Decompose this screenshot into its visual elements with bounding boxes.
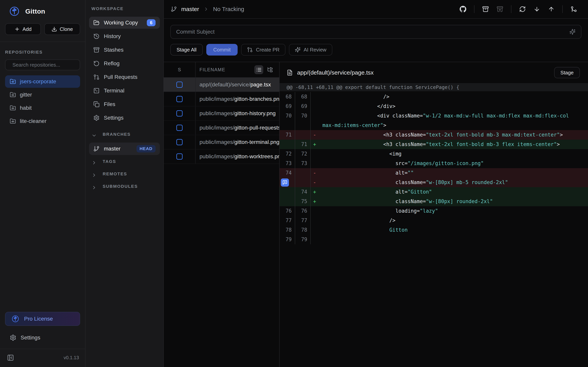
workspace-item-settings[interactable]: Settings <box>89 112 160 124</box>
pro-license-button[interactable]: Pro License <box>5 312 80 326</box>
section-remotes[interactable]: REMOTES <box>89 170 160 181</box>
section-branches[interactable]: BRANCHES <box>89 130 160 141</box>
commit-subject-input[interactable] <box>176 29 565 35</box>
workspace-item-stashes[interactable]: Stashes <box>89 44 160 56</box>
repository-search[interactable] <box>5 59 80 70</box>
workspace-section-label: WORKSPACE <box>91 6 157 11</box>
workspace-item-working-copy[interactable]: Working Copy6 <box>89 17 160 29</box>
code-string: "w-[80px] rounded-2xl" <box>426 199 493 204</box>
repo-item-lite-cleaner[interactable]: lite-cleaner <box>5 115 80 127</box>
github-icon <box>460 6 466 12</box>
add-repository-button[interactable]: Add <box>5 23 41 35</box>
repo-name: lite-cleaner <box>20 118 46 124</box>
old-line-number: 69 <box>280 101 295 111</box>
add-comment-button[interactable] <box>281 178 289 187</box>
merge-button[interactable] <box>567 3 581 15</box>
repo-name: jsers-corporate <box>20 78 56 85</box>
tree-view-toggle[interactable] <box>266 65 275 74</box>
file-row[interactable]: public/images/gitton-worktrees.png <box>164 150 279 164</box>
old-line-number: 72 <box>280 149 295 159</box>
fetch-button[interactable] <box>515 3 530 15</box>
code-text: alt="" <box>319 168 588 178</box>
divider <box>0 42 85 42</box>
diff-line: 7272 <img <box>280 149 588 159</box>
repo-item-gitter[interactable]: gitter <box>5 89 80 101</box>
push-button[interactable] <box>544 3 558 15</box>
stash-button[interactable] <box>478 3 493 15</box>
code-plain: alt= <box>322 170 407 176</box>
file-name-cell: public/images/gitton-history.png <box>195 106 279 120</box>
new-line-number <box>295 130 311 140</box>
clone-repository-button[interactable]: Clone <box>44 23 80 35</box>
old-line-number <box>280 187 295 197</box>
repo-item-habit[interactable]: habit <box>5 102 80 114</box>
stage-file-button[interactable]: Stage <box>554 67 580 78</box>
file-checkbox[interactable] <box>176 82 182 88</box>
workspace-item-history[interactable]: History <box>89 30 160 42</box>
create-pr-button[interactable]: Create PR <box>241 44 285 56</box>
workspace-item-pull-requests[interactable]: Pull Requests <box>89 71 160 83</box>
stage-all-button[interactable]: Stage All <box>170 44 203 56</box>
gitton-logo-icon <box>9 6 19 16</box>
file-dir: public/images/ <box>199 153 234 160</box>
new-line-number: 79 <box>295 235 311 244</box>
ai-generate-message-icon[interactable] <box>569 29 576 35</box>
code-text: src="/images/gitton-icon.png" <box>319 159 588 168</box>
file-row[interactable]: public/images/gitton-terminal.png <box>164 135 279 150</box>
section-label: BRANCHES <box>103 132 131 137</box>
code-plain: <h3 className= <box>322 132 426 138</box>
new-line-number: 78 <box>295 225 311 235</box>
file-checkbox[interactable] <box>176 153 182 160</box>
workspace-item-label: Reflog <box>104 60 120 67</box>
file-name-cell: public/images/gitton-branches.png <box>195 92 279 106</box>
file-checkbox[interactable] <box>176 125 182 131</box>
file-basename: gitton-worktrees.png <box>234 153 279 160</box>
sidebar-settings-button[interactable]: Settings <box>0 331 85 349</box>
old-line-number <box>280 178 295 187</box>
file-row[interactable]: app/(default)/service/page.tsx <box>164 78 279 92</box>
code-text: <h3 className="text-2xl font-bold mb-3 m… <box>319 130 588 140</box>
section-label: REMOTES <box>103 171 127 176</box>
section-tags[interactable]: TAGS <box>89 157 160 168</box>
status-column-header: S <box>178 67 181 72</box>
diff-marker <box>311 92 319 101</box>
current-branch[interactable]: master <box>181 6 199 12</box>
gear-icon <box>10 334 16 341</box>
list-view-toggle[interactable] <box>254 65 263 74</box>
old-line-number: 76 <box>280 206 295 216</box>
file-row[interactable]: public/images/gitton-history.png <box>164 106 279 121</box>
workspace-item-files[interactable]: Files <box>89 98 160 110</box>
new-line-number: 73 <box>295 159 311 168</box>
pull-button[interactable] <box>530 3 544 15</box>
file-checkbox[interactable] <box>176 139 182 145</box>
diff-marker <box>311 159 319 168</box>
collapse-sidebar-icon[interactable] <box>7 354 14 361</box>
old-line-number: 79 <box>280 235 295 244</box>
sparkles-icon <box>295 47 301 53</box>
section-submodules[interactable]: SUBMODULES <box>89 182 160 193</box>
ai-review-button[interactable]: AI Review <box>289 44 332 56</box>
repository-search-input[interactable] <box>12 62 78 68</box>
file-checkbox[interactable] <box>176 96 182 102</box>
workspace-item-reflog[interactable]: Reflog <box>89 58 160 69</box>
code-plain: > <box>557 141 560 147</box>
workspace-item-terminal[interactable]: Terminal <box>89 85 160 97</box>
file-row[interactable]: public/images/gitton-pull-requests.png <box>164 121 279 135</box>
chevron-right-icon <box>91 185 97 190</box>
commit-subject-field[interactable] <box>170 25 581 39</box>
code-text: /> <box>319 92 588 101</box>
repo-item-jsers-corporate[interactable]: jsers-corporate <box>5 75 80 88</box>
commit-button[interactable]: Commit <box>206 44 238 56</box>
code-text: Gitton <box>319 225 588 235</box>
branch-item-master[interactable]: masterHEAD <box>89 142 160 155</box>
file-checkbox[interactable] <box>176 110 182 117</box>
diff-line: 74- alt="" <box>280 168 588 178</box>
file-row[interactable]: public/images/gitton-branches.png <box>164 92 279 106</box>
file-basename: gitton-history.png <box>234 110 276 117</box>
folder-open-icon <box>93 20 100 26</box>
diff-marker: + <box>311 140 319 149</box>
git-merge-icon <box>571 6 577 12</box>
github-button[interactable] <box>456 3 470 15</box>
status-cell <box>164 78 195 92</box>
new-line-number: 70 <box>295 111 311 130</box>
